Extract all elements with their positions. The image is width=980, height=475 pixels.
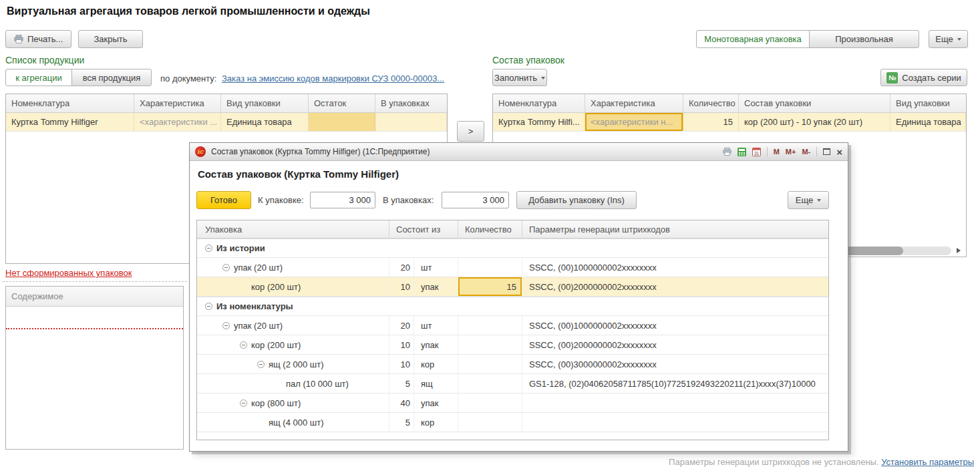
titlebar-separator	[816, 147, 817, 156]
memory-plus-button[interactable]: M+	[786, 148, 796, 156]
create-series-button[interactable]: № Создать серии	[880, 69, 967, 86]
tab-to-aggregation-label: к агрегации	[15, 73, 61, 83]
tab-to-aggregation[interactable]: к агрегации	[5, 69, 72, 86]
modal-item-row[interactable]: упак (20 шт)20штSSCC, (00)1000000002xxxx…	[197, 316, 828, 335]
column-barcode-params[interactable]: Параметры генерации штрихкодов	[522, 220, 828, 238]
products-table-row[interactable]: Куртка Tommy Hilfiger <характеристики ..…	[6, 113, 447, 132]
cell-consists-value: 5	[389, 413, 414, 432]
chevron-down-icon	[541, 77, 545, 82]
add-pack-label: Добавить упаковку (Ins)	[528, 195, 625, 205]
done-button-label: Готово	[210, 195, 237, 205]
mode-monoproduct-button[interactable]: Монотоварная упаковка	[696, 30, 810, 48]
modal-group-row[interactable]: Из истории	[197, 239, 828, 258]
print-button[interactable]: Печать...	[5, 30, 71, 48]
by-document-label: по документу:	[160, 73, 216, 84]
column-pack-type[interactable]: Вид упаковки	[890, 94, 966, 112]
tab-all-products[interactable]: вся продукция	[71, 69, 152, 86]
memory-minus-button[interactable]: M-	[802, 148, 810, 156]
printer-icon[interactable]	[723, 148, 731, 156]
column-contents[interactable]: Содержимое	[6, 287, 183, 306]
column-in-packs[interactable]: В упаковках	[375, 94, 447, 112]
column-composition[interactable]: Состав упаковки	[739, 94, 890, 112]
more-button[interactable]: Еще	[929, 30, 968, 48]
cell-pack: ящ (2 000 шт)	[197, 355, 389, 373]
calculator-icon[interactable]	[738, 148, 746, 156]
fill-button[interactable]: Заполнить	[492, 69, 547, 86]
column-characteristic[interactable]: Характеристика	[134, 94, 221, 112]
cell-consists-unit: ящ	[414, 374, 458, 393]
column-quantity[interactable]: Количество	[683, 94, 739, 112]
column-nomenclature[interactable]: Номенклатура	[493, 94, 585, 112]
memory-recall-button[interactable]: M	[774, 148, 780, 156]
maximize-icon[interactable]	[823, 148, 830, 155]
move-right-button[interactable]: >	[457, 121, 484, 142]
collapse-icon[interactable]	[222, 322, 230, 329]
modal-titlebar-icons: 31 M M+ M- ×	[723, 147, 842, 157]
collapse-icon[interactable]	[257, 361, 265, 368]
in-packs-input[interactable]	[442, 192, 509, 208]
packs-table-header: Номенклатура Характеристика Количество С…	[493, 94, 966, 113]
modal-item-row[interactable]: пал (10 000 шт)5ящGS1-128, (02)040620587…	[197, 374, 828, 393]
column-quantity[interactable]: Количество	[458, 220, 522, 238]
create-series-label: Создать серии	[902, 73, 961, 83]
collapse-icon[interactable]	[222, 264, 230, 271]
column-characteristic[interactable]: Характеристика	[585, 94, 683, 112]
in-packs-label: В упаковках:	[383, 195, 434, 205]
mode-arbitrary-label: Произвольная	[835, 34, 893, 44]
cell-pack: кор (200 шт)	[197, 277, 389, 296]
mode-arbitrary-button[interactable]: Произвольная	[809, 30, 919, 48]
calendar-icon[interactable]: 31	[752, 148, 761, 156]
cell-consists-value: 20	[389, 316, 414, 335]
cell-characteristic-selected: <характеристики н...	[585, 113, 683, 131]
panel-splitter[interactable]	[3, 281, 187, 282]
collapse-icon[interactable]	[205, 303, 212, 310]
cell-consists-value: 10	[389, 355, 414, 373]
to-pack-input[interactable]	[310, 192, 375, 208]
page-title: Виртуальная агрегация товаров легкой про…	[7, 5, 370, 17]
collapse-icon[interactable]	[205, 245, 212, 252]
column-pack-type[interactable]: Вид упаковки	[221, 94, 309, 112]
packs-table-row[interactable]: Куртка Tommy Hilfi... <характеристики н.…	[493, 113, 966, 132]
cell-barcode-params: SSCC, (00)3000000002xxxxxxxx	[522, 355, 828, 373]
modal-item-row[interactable]: ящ (4 000 шт)5кор	[197, 413, 828, 432]
right-arrow-icon: >	[468, 126, 474, 136]
modal-item-row[interactable]: упак (20 шт)20штSSCC, (00)1000000002xxxx…	[197, 258, 828, 277]
column-pack[interactable]: Упаковка	[197, 220, 389, 238]
set-parameters-link[interactable]: Установить параметры	[881, 457, 974, 467]
scrollbar-right-arrow-icon[interactable]	[957, 248, 963, 253]
modal-group-row[interactable]: Из номенклатуры	[197, 297, 828, 316]
status-bar: Параметры генерации штрихкодов не устано…	[601, 457, 974, 467]
close-icon[interactable]: ×	[836, 147, 842, 157]
products-table-header: Номенклатура Характеристика Вид упаковки…	[6, 94, 447, 113]
column-consists-of[interactable]: Состоит из	[389, 220, 458, 238]
to-pack-label: К упаковке:	[258, 195, 304, 205]
collapse-icon[interactable]	[240, 400, 247, 407]
modal-item-row[interactable]: кор (800 шт)40упак	[197, 393, 828, 413]
modal-table-body: Из историиупак (20 шт)20штSSCC, (00)1000…	[197, 239, 828, 432]
column-rest[interactable]: Остаток	[309, 94, 375, 112]
done-button[interactable]: Готово	[196, 191, 251, 209]
cell-pack-type: Единица товара	[890, 113, 966, 131]
column-nomenclature[interactable]: Номенклатура	[6, 94, 134, 112]
no-packs-link[interactable]: Нет сформированных упаковок	[5, 268, 132, 278]
printer-icon	[14, 35, 23, 43]
cell-characteristic: <характеристики ...	[134, 113, 221, 131]
cell-pack: Из истории	[197, 239, 828, 257]
modal-item-row[interactable]: кор (200 шт)10упакSSCC, (00)2000000002xx…	[197, 335, 828, 355]
close-form-label: Закрыть	[94, 34, 127, 44]
cell-barcode-params	[522, 393, 828, 412]
pack-label: Из истории	[216, 243, 265, 253]
modal-titlebar[interactable]: 1С Состав упаковок (Куртка Tommy Hilfige…	[190, 143, 848, 161]
cell-quantity	[458, 316, 522, 335]
collapse-icon[interactable]	[240, 341, 247, 349]
cell-barcode-params: GS1-128, (02)04062058711785(10)772519249…	[522, 374, 828, 393]
cell-quantity	[458, 335, 522, 354]
document-link[interactable]: Заказ на эмиссию кодов маркировки СУЗ 00…	[222, 73, 444, 84]
modal-more-button[interactable]: Еще	[788, 191, 829, 209]
modal-item-row[interactable]: кор (200 шт)10упак15SSCC, (00)2000000002…	[197, 277, 828, 297]
cell-pack: упак (20 шт)	[197, 316, 389, 335]
contents-table-header: Содержимое	[6, 287, 183, 307]
modal-item-row[interactable]: ящ (2 000 шт)10корSSCC, (00)3000000002xx…	[197, 355, 828, 374]
add-pack-button[interactable]: Добавить упаковку (Ins)	[516, 191, 637, 209]
close-form-button[interactable]: Закрыть	[78, 30, 143, 48]
